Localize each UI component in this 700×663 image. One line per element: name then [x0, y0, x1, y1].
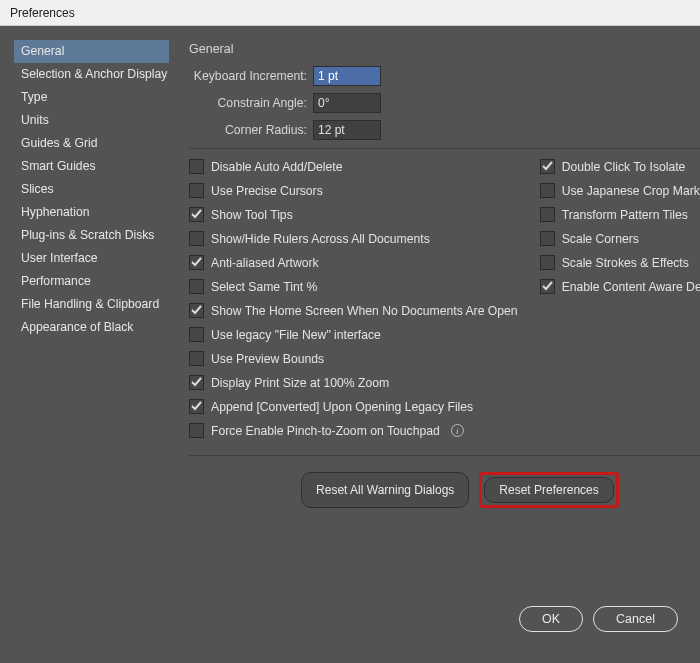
sidebar-item[interactable]: Hyphenation [14, 201, 169, 224]
checkbox[interactable] [540, 231, 555, 246]
category-sidebar: GeneralSelection & Anchor DisplayTypeUni… [14, 40, 169, 592]
checkbox-row[interactable]: Scale Corners [540, 231, 700, 246]
checkbox[interactable] [189, 183, 204, 198]
checkbox-row[interactable]: Anti-aliased Artwork [189, 255, 518, 270]
checkbox-columns: Disable Auto Add/DeleteUse Precise Curso… [189, 159, 700, 447]
checkbox-label: Show/Hide Rulers Across All Documents [211, 232, 430, 246]
reset-all-warning-dialogs-button[interactable]: Reset All Warning Dialogs [301, 472, 469, 508]
checkbox-label: Double Click To Isolate [562, 160, 686, 174]
checkbox-label: Force Enable Pinch-to-Zoom on Touchpad [211, 424, 440, 438]
checkbox[interactable] [189, 327, 204, 342]
checkbox-row[interactable]: Use Japanese Crop Marks [540, 183, 700, 198]
checkbox-label: Select Same Tint % [211, 280, 317, 294]
checkbox-row[interactable]: Show The Home Screen When No Documents A… [189, 303, 518, 318]
checkbox-label: Enable Content Aware Defaults [562, 280, 700, 294]
dialog-footer: OK Cancel [0, 606, 700, 632]
dialog-content: GeneralSelection & Anchor DisplayTypeUni… [0, 26, 700, 606]
checkbox-label: Use Preview Bounds [211, 352, 324, 366]
checkbox-column-left: Disable Auto Add/DeleteUse Precise Curso… [189, 159, 518, 447]
checkbox-label: Transform Pattern Tiles [562, 208, 688, 222]
checkbox-row[interactable]: Force Enable Pinch-to-Zoom on Touchpadi [189, 423, 518, 438]
sidebar-item[interactable]: Plug-ins & Scratch Disks [14, 224, 169, 247]
sidebar-item[interactable]: User Interface [14, 247, 169, 270]
checkbox-row[interactable]: Append [Converted] Upon Opening Legacy F… [189, 399, 518, 414]
checkbox[interactable] [189, 159, 204, 174]
field-label: Constrain Angle: [189, 96, 307, 110]
checkbox[interactable] [189, 351, 204, 366]
checkbox[interactable] [540, 279, 555, 294]
checkbox-label: Show The Home Screen When No Documents A… [211, 304, 518, 318]
checkbox-row[interactable]: Disable Auto Add/Delete [189, 159, 518, 174]
checkbox[interactable] [540, 183, 555, 198]
constrain-angle-input[interactable] [313, 93, 381, 113]
checkbox[interactable] [189, 231, 204, 246]
checkbox-label: Use legacy "File New" interface [211, 328, 381, 342]
checkbox-column-right: Double Click To IsolateUse Japanese Crop… [540, 159, 700, 447]
checkbox[interactable] [189, 303, 204, 318]
field-constrain-angle: Constrain Angle: [189, 93, 700, 113]
panel-general: General Keyboard Increment: Constrain An… [183, 40, 700, 592]
window-titlebar: Preferences [0, 0, 700, 26]
highlight-annotation: Reset Preferences [479, 472, 618, 508]
checkbox-row[interactable]: Use Preview Bounds [189, 351, 518, 366]
checkbox-row[interactable]: Use legacy "File New" interface [189, 327, 518, 342]
corner-radius-input[interactable] [313, 120, 381, 140]
checkbox-label: Show Tool Tips [211, 208, 293, 222]
checkbox[interactable] [189, 207, 204, 222]
checkbox[interactable] [189, 279, 204, 294]
sidebar-item[interactable]: Selection & Anchor Display [14, 63, 169, 86]
cancel-button[interactable]: Cancel [593, 606, 678, 632]
sidebar-item[interactable]: Slices [14, 178, 169, 201]
panel-title: General [189, 40, 700, 66]
checkbox[interactable] [189, 399, 204, 414]
checkbox-label: Use Japanese Crop Marks [562, 184, 700, 198]
ok-button[interactable]: OK [519, 606, 583, 632]
sidebar-item[interactable]: General [14, 40, 169, 63]
info-icon[interactable]: i [451, 424, 464, 437]
checkbox[interactable] [540, 159, 555, 174]
checkbox[interactable] [189, 375, 204, 390]
checkbox-row[interactable]: Use Precise Cursors [189, 183, 518, 198]
checkbox[interactable] [189, 423, 204, 438]
checkbox-row[interactable]: Show Tool Tips [189, 207, 518, 222]
checkbox-label: Anti-aliased Artwork [211, 256, 319, 270]
window-title: Preferences [10, 6, 75, 20]
sidebar-item[interactable]: Performance [14, 270, 169, 293]
checkbox-row[interactable]: Double Click To Isolate [540, 159, 700, 174]
checkbox[interactable] [540, 255, 555, 270]
checkbox[interactable] [189, 255, 204, 270]
checkbox-row[interactable]: Scale Strokes & Effects [540, 255, 700, 270]
reset-preferences-button[interactable]: Reset Preferences [484, 477, 613, 503]
keyboard-increment-input[interactable] [313, 66, 381, 86]
checkbox-label: Disable Auto Add/Delete [211, 160, 342, 174]
checkbox-label: Append [Converted] Upon Opening Legacy F… [211, 400, 473, 414]
checkbox-label: Display Print Size at 100% Zoom [211, 376, 389, 390]
sidebar-item[interactable]: Units [14, 109, 169, 132]
sidebar-item[interactable]: Smart Guides [14, 155, 169, 178]
checkbox-row[interactable]: Select Same Tint % [189, 279, 518, 294]
checkbox-row[interactable]: Show/Hide Rulers Across All Documents [189, 231, 518, 246]
field-label: Keyboard Increment: [189, 69, 307, 83]
checkbox-row[interactable]: Transform Pattern Tiles [540, 207, 700, 222]
sidebar-item[interactable]: File Handling & Clipboard [14, 293, 169, 316]
checkbox-label: Scale Corners [562, 232, 639, 246]
field-corner-radius: Corner Radius: [189, 120, 700, 140]
checkbox-row[interactable]: Display Print Size at 100% Zoom [189, 375, 518, 390]
field-label: Corner Radius: [189, 123, 307, 137]
sidebar-item[interactable]: Guides & Grid [14, 132, 169, 155]
sidebar-item[interactable]: Type [14, 86, 169, 109]
checkbox[interactable] [540, 207, 555, 222]
field-keyboard-increment: Keyboard Increment: [189, 66, 700, 86]
checkbox-row[interactable]: Enable Content Aware Defaults [540, 279, 700, 294]
checkbox-label: Scale Strokes & Effects [562, 256, 689, 270]
divider [189, 148, 700, 149]
checkbox-label: Use Precise Cursors [211, 184, 323, 198]
reset-buttons-row: Reset All Warning Dialogs Reset Preferen… [189, 472, 700, 508]
sidebar-item[interactable]: Appearance of Black [14, 316, 169, 339]
divider [189, 455, 700, 456]
